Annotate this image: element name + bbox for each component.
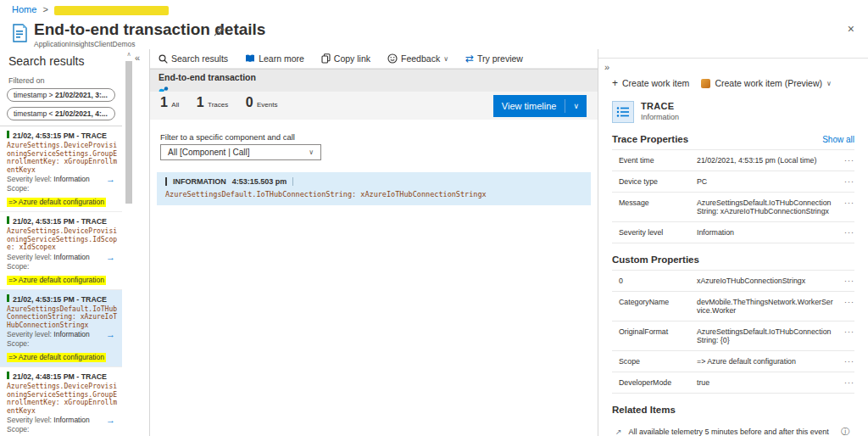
trace-list-item[interactable]: 21/02, 4:48:15 PM - TRACE AzureSettings.… (0, 367, 122, 436)
scope-value-highlighted: => Azure default configuration (7, 276, 106, 285)
search-results-panel: Search results Filtered on timestamp > 2… (0, 49, 122, 436)
learn-more-button[interactable]: Learn more (245, 53, 304, 64)
count-events[interactable]: 0 Events (246, 95, 278, 110)
open-detail-arrow-icon[interactable]: → (106, 330, 115, 339)
search-results-button[interactable]: Search results (159, 53, 228, 64)
expand-panel-icon[interactable]: » (598, 60, 609, 72)
severity-value: Information (53, 175, 90, 183)
open-detail-arrow-icon[interactable]: → (106, 416, 115, 425)
create-work-item-button[interactable]: + Create work item (612, 77, 689, 89)
count-all[interactable]: 1 All (160, 95, 179, 110)
property-label: OriginalFormat (619, 327, 697, 336)
breadcrumb-separator: > (42, 4, 47, 14)
related-items-section: Related Items ↗ All available telemetry … (598, 405, 868, 436)
property-label: Message (619, 198, 697, 207)
scope-label: Scope: (7, 184, 120, 193)
try-preview-button[interactable]: ⇄ Try preview (465, 53, 523, 64)
property-label: Scope (619, 357, 697, 366)
column-divider (292, 177, 293, 186)
trace-properties-table: Event time 21/02/2021, 4:53:15 pm (Local… (612, 149, 854, 243)
count-traces[interactable]: 1 Traces (197, 95, 229, 110)
property-value: Information (697, 228, 839, 237)
severity-bar-icon (165, 177, 167, 186)
more-options-icon[interactable]: ··· (839, 156, 854, 165)
filter-field: timestamp > (14, 91, 53, 99)
plus-icon: + (612, 77, 618, 89)
copy-icon (321, 53, 331, 64)
sidebar-scrollbar[interactable]: ∧ (124, 51, 134, 436)
property-label: Severity level (619, 228, 697, 237)
more-options-icon[interactable]: ··· (839, 378, 854, 387)
more-options-icon[interactable]: ··· (839, 357, 854, 366)
breadcrumb-redacted-highlight (54, 6, 169, 15)
property-value: true (697, 378, 839, 387)
telemetry-type-block: TRACE Information (612, 101, 868, 123)
severity-value: Information (53, 330, 90, 338)
trace-timestamp: 21/02, 4:48:15 PM - TRACE (13, 372, 107, 381)
smiley-icon (387, 53, 398, 64)
scroll-up-icon[interactable]: ∧ (124, 51, 134, 58)
custom-properties-section: Custom Properties 0 xAzureIoTHubConnecti… (598, 254, 868, 394)
severity-label: Severity level: (7, 253, 52, 261)
component-filter-value: All [Component | Call] (168, 148, 250, 157)
more-options-icon[interactable]: ··· (839, 177, 854, 186)
feedback-button[interactable]: Feedback ∨ (387, 53, 448, 64)
property-row: Severity level Information ··· (612, 221, 854, 243)
more-options-icon[interactable]: ··· (839, 198, 854, 207)
scope-label: Scope: (7, 339, 120, 348)
trace-list-item[interactable]: 21/02, 4:53:15 PM - TRACE AzureSettings.… (0, 212, 122, 290)
show-all-link[interactable]: Show all (822, 135, 854, 144)
more-options-icon[interactable]: ··· (839, 327, 854, 336)
scope-label: Scope: (7, 425, 120, 433)
property-value: => Azure default configuration (697, 357, 839, 366)
severity-value: Information (53, 416, 90, 424)
property-row: OriginalFormat AzureSettingsDefault.IoTH… (612, 321, 854, 350)
trace-properties-title: Trace Properties (612, 134, 688, 144)
command-bar: Search results Learn more Copy link Feed… (150, 49, 598, 69)
severity-bar-icon (7, 294, 9, 302)
detail-panel: » + Create work item Create work item (P… (598, 49, 868, 436)
open-detail-arrow-icon[interactable]: → (106, 253, 115, 262)
more-options-icon[interactable]: ··· (839, 298, 854, 306)
breadcrumb: Home > (0, 0, 868, 19)
more-options-icon[interactable]: ··· (839, 277, 854, 285)
trace-properties-section: Trace Properties Show all Event time 21/… (598, 134, 868, 243)
book-icon (245, 54, 255, 63)
more-options-icon[interactable]: ··· (839, 228, 854, 237)
info-icon[interactable]: ⓘ (841, 426, 849, 436)
severity-bar-icon (7, 372, 9, 379)
severity-label: Severity level: (7, 330, 52, 338)
search-icon (159, 54, 168, 64)
scrollbar-thumb[interactable] (125, 61, 132, 204)
create-work-item-preview-button[interactable]: Create work item (Preview) ∨ (701, 78, 831, 88)
filter-chip-timestamp-lt[interactable]: timestamp < 21/02/2021, 4:... (7, 107, 115, 120)
chevron-down-icon[interactable]: ∨ (565, 102, 587, 110)
related-items-title: Related Items (612, 405, 854, 415)
selected-trace-row[interactable]: INFORMATION 4:53:15.503 pm AzureSettings… (157, 172, 591, 205)
breadcrumb-home-link[interactable]: Home (12, 4, 36, 14)
trace-timestamp: 21/02, 4:53:15 PM - TRACE (13, 295, 107, 304)
transaction-title: End-to-end transaction (159, 72, 598, 82)
copy-link-button[interactable]: Copy link (321, 53, 370, 64)
filter-chip-timestamp-gt[interactable]: timestamp > 21/02/2021, 3:... (7, 88, 115, 102)
property-row: CategoryName devMobile.TheThingsNetwork.… (612, 291, 854, 321)
collapse-panel-icon[interactable]: « (135, 53, 140, 63)
chevron-down-icon: ∨ (309, 148, 314, 156)
trace-list-item[interactable]: 21/02, 4:53:15 PM - TRACE AzureSettings.… (0, 126, 122, 212)
title-bar: End-to-end transaction details Applicati… (0, 17, 868, 51)
related-telemetry-link[interactable]: ↗ All available telemetry 5 minutes befo… (612, 420, 854, 436)
property-label: Device type (619, 177, 697, 186)
trace-list-icon (612, 101, 634, 123)
work-item-actions: + Create work item Create work item (Pre… (598, 74, 868, 89)
component-filter-dropdown[interactable]: All [Component | Call] ∨ (160, 144, 321, 160)
property-value: AzureSettingsDefault.IoTHubConnectionStr… (697, 327, 839, 344)
open-detail-arrow-icon[interactable]: → (106, 175, 115, 184)
component-filter-label: Filter to a specific component and call (160, 132, 598, 142)
resource-name: ApplicationInsightsClientDemos (34, 40, 136, 48)
close-icon[interactable]: × (848, 22, 854, 36)
property-row: DeveloperMode true ··· (612, 372, 854, 394)
view-timeline-button[interactable]: View timeline ∨ (493, 95, 587, 117)
pin-icon[interactable] (214, 25, 225, 40)
trace-list-item-selected[interactable]: 21/02, 4:53:15 PM - TRACE AzureSettingsD… (0, 290, 122, 368)
filtered-on-label: Filtered on (0, 75, 122, 88)
